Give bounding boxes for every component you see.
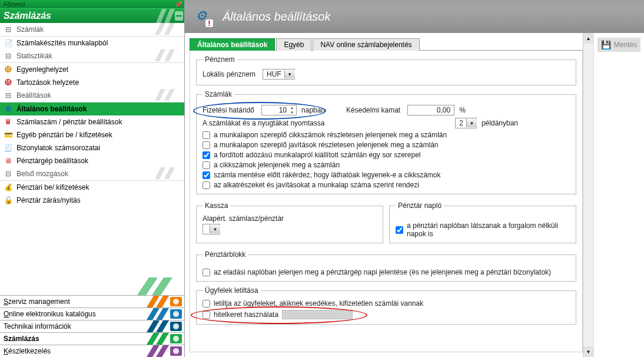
- save-button-label: Mentés: [614, 41, 637, 49]
- group-penznem: Pénznem Lokális pénznem HUF ▼: [196, 55, 576, 85]
- input-hitelkeret[interactable]: [282, 310, 353, 319]
- chk-blokk-label: az eladási naplóban jelenjen meg a pénzt…: [214, 268, 551, 276]
- sidebar-spacer: [0, 207, 184, 295]
- chk-szamlak[interactable]: a cikkszámok jelenjenek meg a számlán: [203, 161, 570, 169]
- chk-naplo-box[interactable]: [396, 226, 403, 234]
- chk-ugyfel-2-box[interactable]: [203, 311, 210, 319]
- chk-szamlak[interactable]: a fordított adózású munkalapról kiállíto…: [203, 151, 570, 159]
- chevron-down-icon[interactable]: ▼: [210, 225, 220, 233]
- collapse-icon: ⊟: [4, 91, 13, 100]
- floppy-icon: 💾: [601, 40, 611, 49]
- category-stripe-icon: [147, 308, 184, 320]
- sidebar-category-label: Készletkezelés: [4, 347, 51, 355]
- tab[interactable]: NAV online számlabejelentés: [313, 38, 419, 51]
- sidebar-item[interactable]: 🖩Számlaszám / pénztár beállítások: [0, 115, 184, 128]
- sidebar-item[interactable]: 📄Számlakészítés munkalapból: [0, 37, 184, 49]
- chk-box[interactable]: [203, 141, 210, 149]
- chk-szamlak[interactable]: az alkatrészeket és javításokat a munkal…: [203, 181, 570, 189]
- form-inner: Pénznem Lokális pénznem HUF ▼ Számlák: [190, 51, 582, 335]
- select-local-currency[interactable]: HUF ▼: [263, 70, 295, 78]
- chk-label: az alkatrészeket és javításokat a munkal…: [214, 181, 419, 189]
- sidebar-item[interactable]: ⓯Egyenleghelyzet: [0, 63, 184, 76]
- chk-blokk-box[interactable]: [203, 269, 210, 276]
- tab[interactable]: Általános beállítások: [190, 38, 275, 51]
- scroll-down-icon[interactable]: ▼: [583, 346, 593, 357]
- svg-marker-8: [155, 89, 165, 101]
- sidebar-group[interactable]: ⊟Számlák: [0, 23, 184, 37]
- sidebar-item-label: Statisztikák: [16, 52, 52, 60]
- sidebar-item[interactable]: 🔓Pénztár zárás/nyitás: [0, 194, 184, 207]
- legend-blokk: Pénztárblokk: [203, 250, 248, 259]
- spinner-down-icon[interactable]: ▼: [288, 110, 296, 115]
- sidebar-category-label: Online elektronikus katalógus: [4, 310, 96, 318]
- sidebar-item[interactable]: 💰Pénztári be/ kifizetések: [0, 181, 184, 194]
- category-stripe-icon: [147, 333, 184, 345]
- spinner-fiz-hatarido[interactable]: 10 ▲▼: [261, 105, 297, 115]
- chk-szamlak[interactable]: a munkalapon szereplő cikkszámok részlet…: [203, 131, 570, 139]
- sidebar-category[interactable]: Készletkezelés: [0, 345, 184, 357]
- sidebar-item[interactable]: 🧾Bizonylatok számsorozatai: [0, 141, 184, 154]
- sidebar-item-label: Beállítások: [16, 91, 51, 100]
- select-print-copies[interactable]: 2 ▼: [455, 119, 477, 127]
- sidebar-category[interactable]: Online elektronikus katalógus: [0, 308, 184, 320]
- chk-szamlak[interactable]: a munkalapon szereplő javítások részlete…: [203, 141, 570, 149]
- group-naplo: Pénztár napló a pénztári naplóban látsza…: [389, 201, 576, 243]
- chk-naplo[interactable]: a pénztári naplóban látszanak a forgalom…: [396, 222, 570, 238]
- chk-ugyfel-1-box[interactable]: [203, 300, 210, 308]
- sidebar-item[interactable]: ⓯Tartozások helyzete: [0, 76, 184, 89]
- chk-ugyfel-2-label: hitelkeret használata: [214, 310, 278, 319]
- sidebar-item[interactable]: 🖥Pénztárgép beállítások: [0, 154, 184, 167]
- category-stripe-icon: [147, 296, 184, 308]
- tab[interactable]: Egyéb: [276, 38, 311, 51]
- chk-ugyfel-1-label: letiltja az ügyfeleket, akiknek esedékes…: [214, 299, 423, 308]
- sidebar-group[interactable]: ⊟Beállítások: [0, 89, 184, 103]
- chk-blokk[interactable]: az eladási naplóban jelenjen meg a pénzt…: [203, 268, 570, 276]
- menu-icon: 🔓: [4, 196, 13, 205]
- svg-marker-6: [155, 49, 165, 61]
- sidebar-item-label: Belső mozgások: [16, 170, 68, 178]
- chk-ugyfel-1[interactable]: letiltja az ügyfeleket, akiknek esedékes…: [203, 299, 570, 308]
- chk-szamlak[interactable]: számla mentése előtt rákérdez, hogy láth…: [203, 171, 570, 179]
- chk-box[interactable]: [203, 181, 210, 189]
- spinner-up-icon[interactable]: ▲: [288, 105, 296, 110]
- vertical-scrollbar[interactable]: ▲ ▼: [583, 33, 593, 357]
- chk-box[interactable]: [203, 151, 210, 159]
- svg-marker-5: [164, 23, 175, 35]
- sidebar-item[interactable]: ⚙Általános beállítások: [0, 103, 184, 115]
- collapse-icon: ⊟: [4, 169, 13, 178]
- select-kassza[interactable]: ▼: [203, 225, 220, 233]
- scroll-up-icon[interactable]: ▲: [583, 33, 593, 44]
- chk-box[interactable]: [203, 131, 210, 139]
- sidebar-item-label: Pénztárgép beállítások: [16, 157, 88, 165]
- sidebar-categories: Szerviz managementOnline elektronikus ka…: [0, 295, 184, 357]
- svg-point-21: [173, 311, 179, 317]
- chevron-down-icon[interactable]: ▼: [466, 119, 477, 127]
- menu-icon: ⓯: [4, 78, 13, 87]
- svg-marker-9: [164, 89, 175, 101]
- sidebar-category[interactable]: Szerviz management: [0, 295, 184, 308]
- sidebar-item-label: Pénztári be/ kifizetések: [16, 183, 89, 191]
- chk-box[interactable]: [203, 161, 210, 169]
- legend-ugyfel: Ügyfelek letiltása: [203, 286, 261, 295]
- sidebar-group[interactable]: ⊟Belső mozgások: [0, 167, 184, 181]
- collapse-icon: ⊟: [4, 25, 13, 34]
- chevron-down-icon[interactable]: ▼: [284, 70, 295, 78]
- chk-label: a fordított adózású munkalapról kiállíto…: [214, 151, 421, 159]
- sidebar-category[interactable]: Technikai információk: [0, 320, 184, 332]
- sidebar-category[interactable]: Számlázás: [0, 332, 184, 345]
- form-scroll: Pénznem Lokális pénznem HUF ▼ Számlák: [190, 51, 583, 352]
- chk-box[interactable]: [203, 171, 210, 179]
- spinner-buttons[interactable]: ▲▼: [288, 105, 296, 115]
- chk-label: a munkalapon szereplő javítások részlete…: [214, 141, 439, 149]
- pin-icon[interactable]: 📌: [175, 1, 182, 8]
- stripe-decor-icon: [149, 167, 184, 180]
- sidebar-group[interactable]: ⊟Statisztikák: [0, 49, 184, 63]
- two-col: Kassza Alapért. számlasz/pénztár ▼ Pénzt…: [196, 199, 576, 248]
- input-kesedelmi[interactable]: 0,00: [407, 105, 454, 115]
- chk-label: a cikkszámok jelenjenek meg a számlán: [214, 161, 340, 169]
- sidebar-item[interactable]: 💳Egyéb pénztári be / kifizetések: [0, 128, 184, 141]
- menu-icon: 🖥: [4, 156, 13, 166]
- chk-ugyfel-2[interactable]: hitelkeret használata: [203, 310, 570, 319]
- save-button[interactable]: 💾 Mentés: [597, 38, 640, 52]
- menu-icon: 📄: [4, 38, 13, 48]
